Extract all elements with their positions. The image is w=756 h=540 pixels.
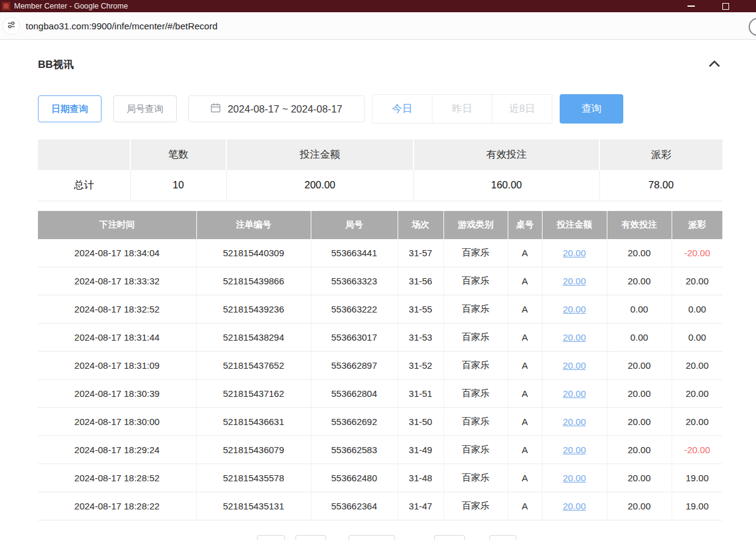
summary-total-count: 10 xyxy=(130,170,226,201)
site-settings-button[interactable] xyxy=(2,17,20,35)
cell-order-no: 521815435131 xyxy=(196,492,311,520)
cell-table-no: A xyxy=(508,492,542,520)
yesterday-button[interactable]: 昨日 xyxy=(432,95,492,123)
browser-profile-icon[interactable] xyxy=(749,18,756,36)
bet-amount-link[interactable]: 20.00 xyxy=(563,416,586,427)
cell-session: 31-52 xyxy=(398,352,443,380)
cell-payout: -20.00 xyxy=(672,239,722,267)
pagination-bar xyxy=(0,535,756,540)
window-titlebar: Member Center - Google Chrome xyxy=(0,0,756,12)
cell-valid-bet: 0.00 xyxy=(607,324,672,352)
bet-amount-link[interactable]: 20.00 xyxy=(563,445,586,455)
cell-game-type: 百家乐 xyxy=(443,492,508,520)
cell-round-no: 553663017 xyxy=(311,324,398,352)
bet-amount-link[interactable]: 20.00 xyxy=(563,276,586,286)
summary-header-row: 笔数 投注金额 有效投注 派彩 xyxy=(38,139,722,170)
cell-session: 31-48 xyxy=(398,464,443,492)
cell-valid-bet: 20.00 xyxy=(607,239,672,267)
cell-game-type: 百家乐 xyxy=(443,295,508,324)
cell-bet-amount: 20.00 xyxy=(542,352,607,380)
header-payout: 派彩 xyxy=(672,211,722,239)
pagination-next-button[interactable] xyxy=(434,535,465,540)
bet-amount-link[interactable]: 20.00 xyxy=(563,388,586,399)
round-query-tab[interactable]: 局号查询 xyxy=(113,95,177,122)
cell-time: 2024-08-17 18:28:52 xyxy=(38,464,196,492)
filter-bar: 日期查询 局号查询 2024-08-17 ~ 2024-08-17 今日 昨日 … xyxy=(38,94,722,124)
cell-bet-amount: 20.00 xyxy=(542,239,607,267)
bet-table-body: 2024-08-17 18:34:04521815440309553663441… xyxy=(38,239,722,520)
cell-payout: -20.00 xyxy=(672,436,722,464)
cell-table-no: A xyxy=(508,267,542,295)
search-button[interactable]: 查询 xyxy=(560,94,623,124)
minimize-button[interactable] xyxy=(681,0,701,12)
pagination-prev-button[interactable] xyxy=(257,535,285,540)
date-range-picker[interactable]: 2024-08-17 ~ 2024-08-17 xyxy=(188,95,365,122)
cell-session: 31-55 xyxy=(398,295,443,324)
cell-session: 31-47 xyxy=(398,492,443,520)
window-title: Member Center - Google Chrome xyxy=(14,2,128,10)
cell-valid-bet: 20.00 xyxy=(607,380,672,408)
cell-bet-amount: 20.00 xyxy=(542,492,607,520)
url-input[interactable]: tongbao31.com:9900/infe/mcenter/#/betRec… xyxy=(26,21,218,31)
cell-payout: 19.00 xyxy=(672,492,722,520)
last-8-days-button[interactable]: 近8日 xyxy=(492,95,552,123)
date-query-tab[interactable]: 日期查询 xyxy=(38,95,102,122)
cell-valid-bet: 20.00 xyxy=(607,408,672,436)
bet-amount-link[interactable]: 20.00 xyxy=(563,501,586,511)
cell-round-no: 553663323 xyxy=(311,267,398,295)
header-round-no: 局号 xyxy=(311,211,398,239)
pagination-jump-input[interactable] xyxy=(489,535,516,540)
cell-game-type: 百家乐 xyxy=(443,408,508,436)
collapse-button[interactable] xyxy=(706,58,722,70)
cell-game-type: 百家乐 xyxy=(443,380,508,408)
table-row: 2024-08-17 18:30:39521815437162553662804… xyxy=(38,380,722,408)
cell-table-no: A xyxy=(508,436,542,464)
header-bet-amount: 投注金额 xyxy=(542,211,607,239)
bet-amount-link[interactable]: 20.00 xyxy=(563,304,586,314)
summary-header-count: 笔数 xyxy=(130,139,226,170)
summary-corner-cell xyxy=(38,139,130,170)
header-valid-bet: 有效投注 xyxy=(607,211,672,239)
cell-time: 2024-08-17 18:29:24 xyxy=(38,436,196,464)
cell-game-type: 百家乐 xyxy=(443,267,508,295)
summary-header-payout: 派彩 xyxy=(599,139,722,170)
cell-time: 2024-08-17 18:33:32 xyxy=(38,267,196,295)
table-row: 2024-08-17 18:33:32521815439866553663323… xyxy=(38,267,722,295)
cell-game-type: 百家乐 xyxy=(443,464,508,492)
maximize-button[interactable] xyxy=(716,0,735,12)
bet-table-header-row: 下注时间 注单编号 局号 场次 游戏类别 桌号 投注金额 有效投注 派彩 xyxy=(38,211,722,239)
cell-table-no: A xyxy=(508,239,542,267)
pagination-size-select[interactable] xyxy=(349,535,395,540)
cell-bet-amount: 20.00 xyxy=(542,408,607,436)
cell-time: 2024-08-17 18:28:22 xyxy=(38,492,196,520)
table-row: 2024-08-17 18:29:24521815436079553662583… xyxy=(38,436,722,464)
pagination-page-button[interactable] xyxy=(295,535,326,540)
summary-total-row: 总计 10 200.00 160.00 78.00 xyxy=(38,170,722,201)
cell-order-no: 521815436631 xyxy=(196,408,311,436)
bet-amount-link[interactable]: 20.00 xyxy=(563,332,586,342)
bet-amount-link[interactable]: 20.00 xyxy=(563,360,586,371)
today-button[interactable]: 今日 xyxy=(372,95,432,123)
cell-bet-amount: 20.00 xyxy=(542,324,607,352)
summary-header-valid: 有效投注 xyxy=(413,139,599,170)
summary-table: 笔数 投注金额 有效投注 派彩 总计 10 200.00 160.00 78.0… xyxy=(38,139,722,201)
bet-record-table: 下注时间 注单编号 局号 场次 游戏类别 桌号 投注金额 有效投注 派彩 202… xyxy=(38,211,722,521)
bet-amount-link[interactable]: 20.00 xyxy=(563,473,586,483)
cell-order-no: 521815437162 xyxy=(196,380,311,408)
cell-bet-amount: 20.00 xyxy=(542,380,607,408)
chevron-up-icon xyxy=(708,59,721,70)
cell-payout: 20.00 xyxy=(672,408,722,436)
quick-range-group: 今日 昨日 近8日 xyxy=(372,94,552,124)
cell-game-type: 百家乐 xyxy=(443,324,508,352)
cell-time: 2024-08-17 18:32:52 xyxy=(38,295,196,324)
cell-payout: 19.00 xyxy=(672,464,722,492)
cell-bet-amount: 20.00 xyxy=(542,295,607,324)
cell-round-no: 553662692 xyxy=(311,408,398,436)
summary-total-bet: 200.00 xyxy=(226,170,413,201)
header-session: 场次 xyxy=(398,211,443,239)
bet-amount-link[interactable]: 20.00 xyxy=(563,248,586,258)
address-bar: tongbao31.com:9900/infe/mcenter/#/betRec… xyxy=(0,12,756,40)
cell-table-no: A xyxy=(508,324,542,352)
cell-order-no: 521815439236 xyxy=(196,295,311,324)
cell-table-no: A xyxy=(508,408,542,436)
